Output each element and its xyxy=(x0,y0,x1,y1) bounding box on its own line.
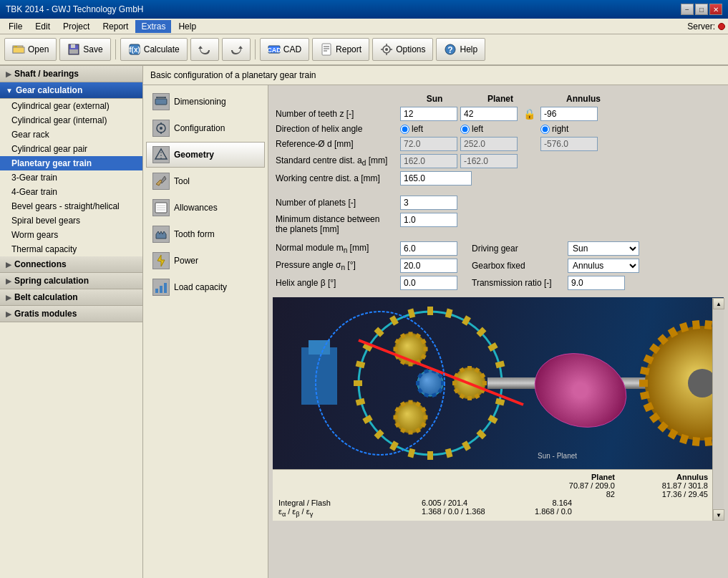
gearbox-fixed-select[interactable]: Annulus Sun Planet xyxy=(568,259,639,273)
driving-gear-label: Driving gear xyxy=(472,244,565,254)
nav-configuration[interactable]: Configuration xyxy=(146,115,265,141)
nav-load-capacity[interactable]: Load capacity xyxy=(146,274,265,300)
calculate-button[interactable]: f(x) Calculate xyxy=(120,38,188,61)
cad-button[interactable]: CAD CAD xyxy=(260,38,309,61)
helix-annulus-right-radio[interactable] xyxy=(540,125,550,134)
nav-geometry[interactable]: Geometry xyxy=(146,142,265,168)
sidebar-item-planetary[interactable]: Planetary gear train xyxy=(0,156,142,170)
close-button[interactable]: ✕ xyxy=(709,4,722,15)
open-button[interactable]: Open xyxy=(4,38,57,61)
column-headers-row: Sun Planet Annulus xyxy=(276,94,721,104)
std-centre-sun-input[interactable] xyxy=(400,154,457,168)
gearbox-fixed-label: Gearbox fixed xyxy=(472,261,565,271)
sidebar-item-spiral-bevel[interactable]: Spiral bevel gears xyxy=(0,213,142,228)
menu-project[interactable]: Project xyxy=(57,20,95,33)
open-label: Open xyxy=(28,44,49,54)
svg-rect-4 xyxy=(71,44,75,48)
sidebar-group-gratis: ▶ Gratis modules xyxy=(0,306,142,322)
power-icon xyxy=(152,252,170,269)
transmission-ratio-label: Transmission ratio [-] xyxy=(472,278,565,288)
nav-allowances[interactable]: Allowances xyxy=(146,195,265,221)
toolbar: Open Save f(x) Calculate CAD CAD Report … xyxy=(0,34,728,66)
server-status-dot xyxy=(718,23,725,30)
maximize-button[interactable]: □ xyxy=(695,4,708,15)
sidebar-group-belt-header[interactable]: ▶ Belt calculation xyxy=(0,289,142,306)
sidebar-group-shaft-header[interactable]: ▶ Shaft / bearings xyxy=(0,66,142,82)
menu-extras[interactable]: Extras xyxy=(135,20,171,33)
sidebar-arrow-gratis: ▶ xyxy=(6,310,11,318)
sidebar-group-gratis-header[interactable]: ▶ Gratis modules xyxy=(0,306,142,322)
ref-diam-annulus-input[interactable] xyxy=(540,137,598,151)
std-centre-planet-input[interactable] xyxy=(460,154,518,168)
vertical-scrollbar[interactable]: ▲ ▼ xyxy=(712,298,724,521)
scroll-down-button[interactable]: ▼ xyxy=(713,509,724,521)
sidebar-group-spring-header[interactable]: ▶ Spring calculation xyxy=(0,273,142,289)
geometry-icon xyxy=(152,146,170,163)
lock-icon[interactable]: 🔒 xyxy=(523,108,535,120)
nav-tooth-form[interactable]: Tooth form xyxy=(146,221,265,247)
sidebar-item-cyl-ext[interactable]: Cylindrical gear (external) xyxy=(0,99,142,113)
redo-icon xyxy=(230,43,243,56)
sidebar-group-connections-header[interactable]: ▶ Connections xyxy=(0,256,142,273)
pressure-angle-input[interactable] xyxy=(400,259,457,273)
helix-angle-label: Helix angle β [°] xyxy=(276,278,397,288)
sidebar-item-3gear[interactable]: 3-Gear train xyxy=(0,170,142,185)
scroll-up-button[interactable]: ▲ xyxy=(713,298,724,309)
std-centre-label: Standard centre dist. ad [mm] xyxy=(276,155,397,167)
sidebar-item-cyl-pair[interactable]: Cylindrical gear pair xyxy=(0,142,142,156)
sidebar-group-spring-label: Spring calculation xyxy=(14,276,89,286)
menu-help[interactable]: Help xyxy=(173,20,202,33)
bottom-row-4: εα / εβ / εγ 1.368 / 0.0 / 1.368 1.868 /… xyxy=(278,507,718,518)
driving-gear-select[interactable]: Sun Planet Annulus xyxy=(568,241,639,256)
sidebar-group-connections: ▶ Connections xyxy=(0,256,142,273)
sidebar-item-bevel-straight[interactable]: Bevel gears - straight/helical xyxy=(0,199,142,213)
driving-gear-row: Driving gear Sun Planet Annulus xyxy=(472,241,644,256)
options-button[interactable]: Options xyxy=(372,38,433,61)
help-label: Help xyxy=(460,44,477,54)
menu-edit[interactable]: Edit xyxy=(29,20,56,33)
normal-module-input[interactable] xyxy=(400,241,457,256)
help-button[interactable]: ? Help xyxy=(436,38,485,61)
menu-report[interactable]: Report xyxy=(97,20,134,33)
helix-sun-left-radio[interactable] xyxy=(400,125,409,134)
sidebar-item-thermal[interactable]: Thermal capacity xyxy=(0,242,142,256)
transmission-ratio-input[interactable] xyxy=(568,276,625,290)
report-button[interactable]: Report xyxy=(312,38,369,61)
helix-planet-left-radio[interactable] xyxy=(460,125,470,134)
sidebar-item-worm-gears[interactable]: Worm gears xyxy=(0,228,142,242)
help-icon: ? xyxy=(444,43,457,56)
helix-angle-input[interactable] xyxy=(400,276,457,290)
main-area: ▶ Shaft / bearings ▼ Gear calculation Cy… xyxy=(0,66,728,578)
teeth-sun-input[interactable] xyxy=(400,107,457,121)
sidebar-arrow-gear: ▼ xyxy=(6,87,13,95)
sidebar-item-4gear[interactable]: 4-Gear train xyxy=(0,185,142,199)
work-centre-input[interactable] xyxy=(400,171,472,186)
nav-tooth-form-label: Tooth form xyxy=(174,229,215,239)
server-info: Server: xyxy=(687,21,725,32)
min-dist-input[interactable] xyxy=(400,213,457,227)
save-button[interactable]: Save xyxy=(59,38,110,61)
menu-file[interactable]: File xyxy=(3,20,28,33)
nav-power[interactable]: Power xyxy=(146,248,265,274)
num-planets-input[interactable] xyxy=(400,196,457,210)
undo-button[interactable] xyxy=(190,38,219,61)
tool-icon xyxy=(152,173,170,190)
sidebar-item-gear-rack[interactable]: Gear rack xyxy=(0,127,142,142)
scroll-track[interactable] xyxy=(713,309,724,509)
nav-dimensioning[interactable]: Dimensioning xyxy=(146,89,265,115)
nav-tool[interactable]: Tool xyxy=(146,168,265,194)
helix-sun-left-label: left xyxy=(412,124,423,134)
ref-diam-planet-input[interactable] xyxy=(460,137,518,151)
pressure-angle-row: Pressure angle σn [°] xyxy=(276,259,457,273)
teeth-annulus-input[interactable] xyxy=(540,107,598,121)
sidebar-group-gear-header[interactable]: ▼ Gear calculation xyxy=(0,82,142,99)
ref-diam-sun-input[interactable] xyxy=(400,137,457,151)
nav-load-capacity-label: Load capacity xyxy=(174,282,227,292)
teeth-planet-input[interactable] xyxy=(460,107,518,121)
redo-button[interactable] xyxy=(222,38,251,61)
normal-module-row: Normal module mn [mm] xyxy=(276,241,457,256)
minimize-button[interactable]: − xyxy=(681,4,694,15)
sidebar-item-cyl-int[interactable]: Cylindrical gear (internal) xyxy=(0,113,142,127)
config-title-text: Basic configuration of a planetary gear … xyxy=(150,70,316,80)
svg-text:?: ? xyxy=(448,45,453,55)
